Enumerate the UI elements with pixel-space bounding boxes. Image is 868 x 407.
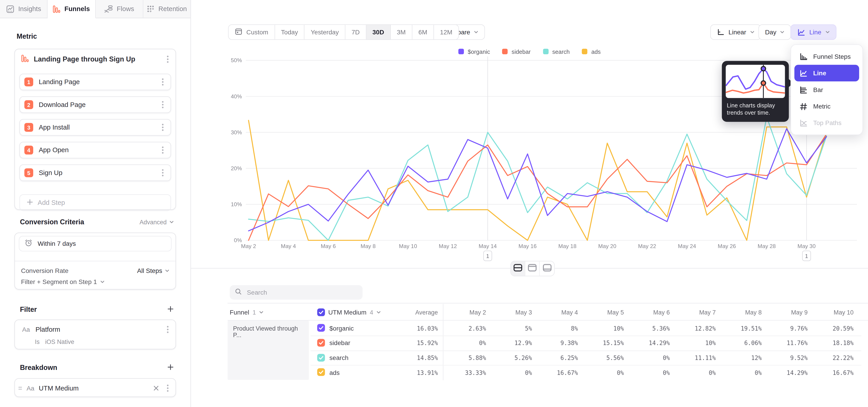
scale-dropdown[interactable]: Linear xyxy=(710,24,761,40)
cell-value: 5.36% xyxy=(652,321,670,336)
menu-item-label: Line xyxy=(813,70,827,76)
row-checkbox[interactable] xyxy=(317,354,325,361)
search-input[interactable] xyxy=(246,288,358,296)
remove-breakdown-icon[interactable] xyxy=(152,382,160,394)
svg-text:May 24: May 24 xyxy=(678,243,696,249)
menu-item-metric[interactable]: Metric xyxy=(794,98,859,115)
breakdown-kebab-icon[interactable] xyxy=(164,383,171,393)
metric-icon xyxy=(799,102,808,111)
range-label: 7D xyxy=(351,29,360,35)
cell-value: 19.51% xyxy=(741,321,762,336)
tab-flows[interactable]: Flows xyxy=(95,0,143,18)
tab-funnels[interactable]: Funnels xyxy=(48,0,95,18)
legend-item-sidebar[interactable]: sidebar xyxy=(502,48,531,55)
chart-type-dropdown[interactable]: Line xyxy=(790,24,836,40)
layout-chart-bottom-button[interactable] xyxy=(540,261,554,276)
range-yesterday[interactable]: Yesterday xyxy=(305,25,346,39)
tab-retention[interactable]: Retention xyxy=(143,0,191,18)
add-breakdown-button[interactable] xyxy=(167,363,174,373)
legend-item-organic[interactable]: $organic xyxy=(458,48,490,55)
table-row-organic[interactable]: $organic16.03%2.63%5%8%10%5.36%12.82%19.… xyxy=(228,321,868,336)
cell-value: 6.25% xyxy=(560,350,578,365)
cell-value: 0% xyxy=(663,365,670,380)
svg-text:30%: 30% xyxy=(231,129,242,135)
step-kebab-icon[interactable] xyxy=(159,77,166,87)
layout-chart-top-button[interactable] xyxy=(525,261,540,276)
chevron-down-icon xyxy=(780,30,785,34)
range-3m[interactable]: 3M xyxy=(391,25,412,39)
conversion-window-value: Within 7 days xyxy=(38,240,76,247)
legend-item-ads[interactable]: ads xyxy=(582,48,600,55)
select-all-checkbox[interactable] xyxy=(317,308,325,316)
filter-value[interactable]: iOS Native xyxy=(45,338,74,345)
range-7d[interactable]: 7D xyxy=(345,25,366,39)
svg-text:1: 1 xyxy=(805,253,808,259)
average-value: 15.92% xyxy=(417,335,438,350)
conversion-window-control[interactable]: Within 7 days xyxy=(19,236,172,251)
table-row-ads[interactable]: ads13.91%33.33%0%16.67%0%0%0%0%14.29%16.… xyxy=(228,365,868,380)
metric-kebab-icon[interactable] xyxy=(164,54,171,64)
breakdown-column-dropdown[interactable]: UTM Medium4 xyxy=(317,304,381,320)
funnels-report-page: InsightsFunnelsFlowsRetention Metric Lan… xyxy=(0,0,868,407)
row-label: sidebar xyxy=(329,335,350,350)
layout-split-button[interactable] xyxy=(511,261,525,276)
svg-text:20%: 20% xyxy=(231,165,242,171)
annotation-badge[interactable]: 1 xyxy=(484,251,492,261)
insights-icon xyxy=(6,5,14,13)
table-row-search[interactable]: search14.85%5.88%5.26%6.25%5.56%0%11.11%… xyxy=(228,350,868,365)
row-checkbox[interactable] xyxy=(317,368,325,376)
menu-item-label: Funnel Steps xyxy=(813,53,851,60)
step-kebab-icon[interactable] xyxy=(159,145,166,155)
table-search xyxy=(230,285,363,300)
range-custom[interactable]: Custom xyxy=(228,25,275,39)
svg-text:May 4: May 4 xyxy=(281,243,296,249)
tooltip-text: Line charts display trends over time. xyxy=(726,98,785,118)
range-6m[interactable]: 6M xyxy=(412,25,434,39)
chevron-down-icon xyxy=(825,30,830,34)
step-kebab-icon[interactable] xyxy=(159,100,166,109)
funnel-metric-icon xyxy=(21,54,29,65)
step-kebab-icon[interactable] xyxy=(159,122,166,132)
cell-value: 12% xyxy=(751,350,762,365)
svg-text:May 22: May 22 xyxy=(638,243,656,249)
chevron-down-icon xyxy=(259,310,264,314)
granularity-dropdown[interactable]: Day xyxy=(758,24,792,40)
annotation-badge[interactable]: 1 xyxy=(802,251,811,261)
svg-text:50%: 50% xyxy=(231,57,242,64)
average-value: 14.85% xyxy=(417,350,438,365)
funnel-step-1[interactable]: 1Landing Page xyxy=(20,74,171,90)
row-checkbox[interactable] xyxy=(317,339,325,346)
menu-item-funnel-steps[interactable]: Funnel Steps xyxy=(794,48,859,65)
svg-text:May 26: May 26 xyxy=(718,243,736,249)
conversion-rate-dropdown[interactable]: All Steps xyxy=(137,268,169,274)
advanced-dropdown[interactable]: Advanced xyxy=(140,219,174,225)
menu-item-bar[interactable]: Bar xyxy=(794,82,859,98)
range-12m[interactable]: 12M xyxy=(434,25,459,39)
legend-swatch xyxy=(458,49,464,54)
add-step-button[interactable]: Add Step xyxy=(20,194,171,211)
menu-item-line[interactable]: Line xyxy=(794,65,859,82)
tab-insights[interactable]: Insights xyxy=(0,0,48,18)
row-checkbox[interactable] xyxy=(317,324,325,332)
funnel-steps-icon xyxy=(799,52,808,61)
filter-segment-dropdown[interactable]: Filter + Segment on Step 1 xyxy=(21,277,169,287)
table-row-sidebar[interactable]: sidebar15.92%0%12.9%9.38%15.15%14.29%10%… xyxy=(228,335,868,350)
step-kebab-icon[interactable] xyxy=(159,168,166,178)
filter-kebab-icon[interactable] xyxy=(164,324,171,335)
column-header-average: Average xyxy=(415,304,438,320)
cell-value: 33.33% xyxy=(465,365,486,380)
cell-value: 12.9% xyxy=(515,335,532,350)
legend-item-search[interactable]: search xyxy=(543,48,570,55)
funnel-step-3[interactable]: 3App Install xyxy=(20,119,171,136)
drag-handle-icon[interactable] xyxy=(18,383,22,393)
add-filter-button[interactable] xyxy=(167,305,174,315)
breakdown-card[interactable]: Aa UTM Medium xyxy=(14,378,176,397)
funnel-step-5[interactable]: 5Sign Up xyxy=(20,164,171,181)
range-30d[interactable]: 30D xyxy=(366,25,391,39)
cell-value: 12.82% xyxy=(695,321,716,336)
funnel-step-4[interactable]: 4App Open xyxy=(20,142,171,158)
funnel-column-dropdown[interactable]: Funnel1 xyxy=(230,304,264,320)
filter-card[interactable]: Aa Platform Is iOS Native xyxy=(14,319,176,349)
funnel-step-2[interactable]: 2Download Page xyxy=(20,96,171,113)
range-today[interactable]: Today xyxy=(275,25,305,39)
